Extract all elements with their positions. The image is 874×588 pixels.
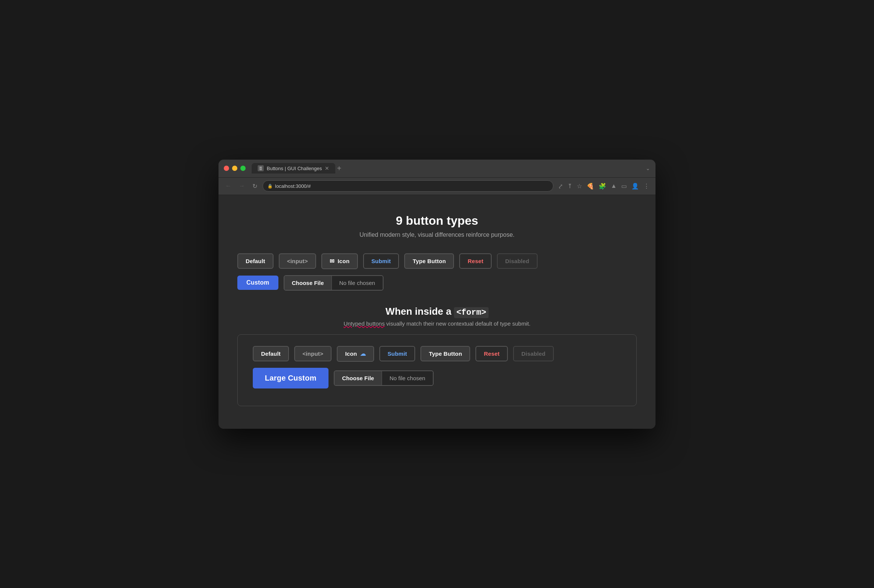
close-button[interactable]	[224, 166, 229, 171]
type-button[interactable]: Type Button	[404, 253, 454, 269]
page-subtitle: Unified modern style, visual differences…	[234, 232, 640, 238]
toolbar: ← → ↻ 🔒 localhost:3000/# ⤤ ⤒ ☆ 🍕 🧩 ▲ ▭ 👤…	[218, 178, 656, 195]
button-row-3: Default <input> Icon ☁ Submit Type Butto…	[249, 346, 625, 362]
external-link-icon[interactable]: ⤤	[556, 181, 564, 191]
envelope-icon: ✉	[330, 258, 335, 265]
form-icon-button-label: Icon	[345, 350, 357, 357]
form-icon-button[interactable]: Icon ☁	[337, 346, 374, 362]
profile-icon[interactable]: 👤	[630, 181, 640, 191]
icon-button-label: Icon	[338, 258, 349, 264]
section-title-code: <form>	[454, 307, 488, 318]
section-subtitle: Untyped buttons visually match their new…	[234, 320, 640, 327]
file-input[interactable]: Choose File No file chosen	[284, 275, 384, 291]
bookmark-icon[interactable]: ☆	[575, 181, 584, 191]
back-button[interactable]: ←	[223, 181, 234, 191]
input-button[interactable]: <input>	[279, 253, 316, 269]
tab-title: Buttons | GUI Challenges	[267, 166, 322, 171]
form-reset-button[interactable]: Reset	[475, 346, 508, 361]
cloud-icon: ☁	[360, 350, 366, 357]
reload-button[interactable]: ↻	[250, 181, 260, 191]
browser-window: 🎛 Buttons | GUI Challenges ✕ + ⌄ ← → ↻ 🔒…	[218, 160, 656, 429]
maximize-button[interactable]	[240, 166, 246, 171]
untyped-text: Untyped buttons	[344, 320, 385, 327]
address-bar[interactable]: 🔒 localhost:3000/#	[263, 180, 553, 192]
form-disabled-button: Disabled	[513, 346, 554, 361]
share-icon[interactable]: ⤒	[566, 181, 574, 191]
security-icon: 🔒	[267, 184, 273, 189]
url-text: localhost:3000/#	[275, 183, 311, 189]
page-content: 9 button types Unified modern style, vis…	[218, 195, 656, 429]
disabled-button: Disabled	[497, 253, 538, 269]
tab-close-icon[interactable]: ✕	[325, 165, 329, 171]
page-header: 9 button types Unified modern style, vis…	[234, 214, 640, 238]
tab-expand-icon[interactable]: ⌄	[646, 165, 650, 171]
pointer-icon[interactable]: ▲	[609, 181, 618, 191]
no-file-label: No file chosen	[332, 276, 383, 290]
extensions-icon[interactable]: 🧩	[597, 181, 608, 191]
section-title: When inside a <form>	[234, 306, 640, 317]
titlebar: 🎛 Buttons | GUI Challenges ✕ + ⌄	[218, 160, 656, 178]
form-choose-file-button[interactable]: Choose File	[335, 371, 382, 385]
custom-button[interactable]: Custom	[237, 276, 278, 290]
section-subtitle-suffix: visually match their new contextual defa…	[385, 320, 530, 327]
active-tab[interactable]: 🎛 Buttons | GUI Challenges ✕	[252, 163, 335, 174]
tab-favicon: 🎛	[258, 165, 264, 171]
menu-icon[interactable]: ⋮	[642, 181, 651, 191]
form-default-button[interactable]: Default	[253, 346, 289, 361]
toolbar-icons: ⤤ ⤒ ☆ 🍕 🧩 ▲ ▭ 👤 ⋮	[556, 181, 651, 191]
page-title: 9 button types	[234, 214, 640, 228]
button-row-2: Custom Choose File No file chosen	[234, 275, 640, 291]
forward-button[interactable]: →	[237, 181, 247, 191]
choose-file-button[interactable]: Choose File	[284, 276, 332, 290]
form-box: Default <input> Icon ☁ Submit Type Butto…	[237, 334, 637, 406]
section-heading: When inside a <form> Untyped buttons vis…	[234, 306, 640, 327]
large-custom-button[interactable]: Large Custom	[253, 368, 329, 388]
form-no-file-label: No file chosen	[382, 371, 433, 385]
traffic-lights	[224, 166, 246, 171]
new-tab-button[interactable]: +	[337, 164, 341, 173]
default-button[interactable]: Default	[237, 253, 274, 269]
button-row-1: Default <input> ✉ Icon Submit Type Butto…	[234, 253, 640, 269]
form-file-input[interactable]: Choose File No file chosen	[334, 370, 434, 386]
minimize-button[interactable]	[232, 166, 237, 171]
submit-button[interactable]: Submit	[363, 253, 399, 269]
icon-button[interactable]: ✉ Icon	[321, 253, 358, 269]
tab-bar: 🎛 Buttons | GUI Challenges ✕ +	[252, 163, 642, 174]
sidebar-icon[interactable]: ▭	[620, 181, 628, 191]
form-input-button[interactable]: <input>	[294, 346, 332, 361]
form-submit-button[interactable]: Submit	[379, 346, 416, 361]
section-title-text: When inside a	[385, 306, 451, 317]
reset-button[interactable]: Reset	[459, 253, 492, 269]
button-row-4: Large Custom Choose File No file chosen	[249, 368, 625, 388]
form-type-button[interactable]: Type Button	[420, 346, 470, 361]
pizza-icon[interactable]: 🍕	[585, 181, 596, 191]
